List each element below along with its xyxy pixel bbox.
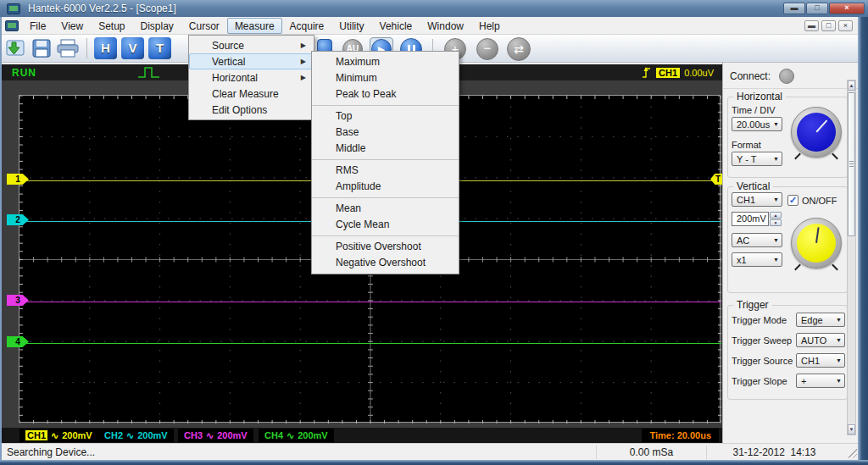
ch4-badge[interactable]: CH4 ∿ 200mV (259, 429, 334, 442)
child-minimize-button[interactable]: ▬ (804, 20, 819, 31)
format-value: Y - T (737, 154, 756, 164)
menu-window[interactable]: Window (420, 18, 471, 34)
submenu-item-minimum[interactable]: Minimum (312, 70, 459, 86)
vertical-submenu: Maximum Minimum Peak to Peak Top Base Mi… (311, 51, 459, 274)
menu-setup[interactable]: Setup (91, 18, 132, 34)
submenu-item-maximum[interactable]: Maximum (312, 54, 459, 70)
trigger-sweep-select[interactable]: AUTO ▼ (796, 333, 845, 347)
menu-display[interactable]: Display (133, 18, 181, 34)
ch1-badge[interactable]: CH1 ∿ 200mV (19, 429, 98, 442)
channel-onoff[interactable]: ✓ ON/OFF (787, 195, 837, 206)
menu-item-source[interactable]: Source ▶ (189, 37, 314, 53)
menu-item-label: Horizontal (212, 72, 258, 84)
ch2-label: CH2 (104, 430, 123, 440)
toolbar-separator (86, 38, 87, 58)
submenu-item-peak-to-peak[interactable]: Peak to Peak (312, 86, 459, 102)
menu-item-label: Source (212, 40, 244, 52)
ch3-scale: 200mV (217, 430, 247, 440)
menu-item-horizontal[interactable]: Horizontal ▶ (189, 69, 314, 86)
channel-select[interactable]: CH1 ▼ (732, 192, 782, 207)
dropdown-arrow-icon: ▼ (773, 121, 779, 127)
pulse-waveform-icon (136, 65, 162, 80)
child-close-button[interactable]: × (838, 20, 853, 31)
menu-item-vertical[interactable]: Vertical ▶ (189, 53, 314, 69)
trigger-mode-select[interactable]: Edge ▼ (796, 313, 845, 327)
resize-grip[interactable] (845, 446, 857, 458)
ch1-scale: 200mV (62, 430, 92, 440)
window-title: Hantek-6000 Ver2.2.5 - [Scope1] (28, 3, 176, 14)
onoff-label: ON/OFF (802, 196, 837, 206)
menu-measure[interactable]: Measure (227, 18, 282, 34)
ch4-trace[interactable] (19, 343, 721, 344)
trigger-mode-label: Trigger Mode (732, 315, 787, 325)
menu-view[interactable]: View (53, 18, 91, 34)
scroll-up-button[interactable]: ▲ (848, 80, 855, 91)
swap-waveform-button[interactable]: ⇄ (507, 37, 531, 61)
status-bar: Searching Device... 0.00 mSa 31-12-2012 … (2, 443, 858, 460)
ch3-label: CH3 (184, 430, 203, 440)
window-minimize-button[interactable]: ▬ (783, 3, 805, 14)
knob-pointer (815, 227, 820, 243)
volt-scale-stepper[interactable]: 200mV ▲ ▼ (732, 212, 782, 226)
trigger-slope-select[interactable]: + ▼ (796, 374, 845, 388)
menu-cursor[interactable]: Cursor (181, 18, 227, 34)
trigger-source-select[interactable]: CH1 ▼ (796, 353, 845, 368)
trigger-source-value: CH1 (801, 356, 820, 366)
submenu-item-positive-overshoot[interactable]: Positive Overshoot (312, 239, 459, 255)
stepper-up-button[interactable]: ▲ (770, 212, 782, 219)
horizontal-settings-button[interactable]: H (94, 37, 117, 59)
trigger-source-label: Trigger Source (732, 356, 793, 366)
submenu-item-rms[interactable]: RMS (312, 163, 459, 179)
ch2-badge[interactable]: CH2 ∿ 200mV (98, 429, 174, 442)
trigger-slope-label: Trigger Slope (732, 376, 787, 386)
onoff-checkbox[interactable]: ✓ (787, 195, 798, 206)
probe-select[interactable]: x1 ▼ (732, 252, 782, 267)
stepper-down-button[interactable]: ▼ (770, 219, 782, 226)
dropdown-arrow-icon: ▼ (836, 378, 842, 384)
ch3-badge[interactable]: CH3 ∿ 200mV (178, 429, 253, 442)
scope-document-icon (5, 20, 19, 31)
menu-file[interactable]: File (22, 18, 53, 34)
scroll-down-button[interactable]: ▼ (848, 424, 855, 435)
vertical-settings-button[interactable]: V (121, 37, 144, 59)
window-border (0, 17, 2, 460)
trigger-sweep-label: Trigger Sweep (732, 335, 792, 346)
vertical-knob[interactable] (791, 218, 842, 268)
trigger-settings-button[interactable]: T (148, 37, 171, 59)
submenu-item-negative-overshoot[interactable]: Negative Overshoot (312, 255, 459, 271)
measure-menu: Source ▶ Vertical ▶ Horizontal ▶ Clear M… (188, 35, 314, 120)
save-icon[interactable] (31, 38, 52, 58)
ch2-coupling-icon: ∿ (126, 430, 134, 441)
ch3-trace[interactable] (19, 302, 721, 302)
menu-help[interactable]: Help (471, 18, 508, 34)
window-close-button[interactable]: × (829, 3, 865, 14)
window-maximize-button[interactable]: □ (806, 3, 828, 14)
submenu-item-mean[interactable]: Mean (312, 201, 459, 217)
coupling-select[interactable]: AC ▼ (732, 233, 782, 247)
time-div-select[interactable]: 20.00us ▼ (732, 117, 782, 131)
trigger-slope-value: + (801, 376, 806, 386)
format-select[interactable]: Y - T ▼ (732, 152, 782, 166)
submenu-item-middle[interactable]: Middle (312, 141, 459, 157)
probe-value: x1 (737, 255, 747, 265)
submenu-item-top[interactable]: Top (312, 108, 459, 125)
sample-rate-readout: 0.00 mSa (596, 446, 706, 459)
submenu-arrow-icon: ▶ (301, 58, 306, 65)
open-icon[interactable] (5, 37, 27, 59)
child-restore-button[interactable]: □ (821, 20, 836, 31)
submenu-arrow-icon: ▶ (301, 42, 306, 49)
menu-acquire[interactable]: Acquire (282, 18, 332, 34)
submenu-item-base[interactable]: Base (312, 125, 459, 141)
panel-scrollbar[interactable]: ▲ ▼ (847, 80, 856, 435)
zoom-out-button[interactable]: − (476, 38, 498, 60)
menu-utility[interactable]: Utility (331, 18, 371, 34)
submenu-item-amplitude[interactable]: Amplitude (312, 179, 459, 195)
horizontal-knob[interactable] (791, 107, 842, 158)
menu-vehicle[interactable]: Vehicle (372, 18, 420, 34)
scrollbar-thumb[interactable] (848, 92, 855, 236)
menu-item-edit-options[interactable]: Edit Options (189, 102, 314, 118)
menu-item-clear-measure[interactable]: Clear Measure (189, 86, 314, 102)
submenu-item-cycle-mean[interactable]: Cycle Mean (312, 217, 459, 233)
time-readout: Time: 20.00us (642, 429, 719, 442)
print-icon[interactable] (56, 38, 80, 58)
